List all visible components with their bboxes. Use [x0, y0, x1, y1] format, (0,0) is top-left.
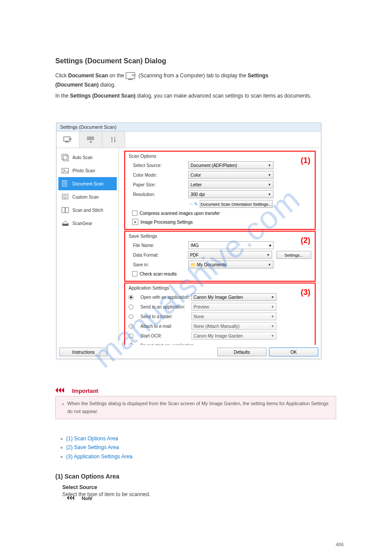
svg-point-12 [64, 170, 65, 171]
chevron-down-icon: ▼ [271, 324, 274, 328]
attach-radio[interactable] [129, 324, 133, 329]
ocr-radio[interactable] [129, 334, 133, 338]
check-results-label: Check scan results [140, 272, 176, 276]
expand-image-processing[interactable]: + [132, 219, 138, 225]
data-format-label: Data Format: [129, 253, 188, 258]
orientation-icon: ←✎ [188, 201, 200, 207]
attach-dropdown[interactable]: None (Attach Manually)▼ [191, 322, 277, 330]
chevron-down-icon: ▼ [271, 295, 274, 299]
sidebar-custom-scan[interactable]: Custom Scan [58, 190, 117, 203]
orientation-settings-button[interactable]: Document Scan Orientation Settings... [200, 200, 273, 208]
photo-scan-icon [61, 167, 70, 174]
sidebar: Auto Scan Photo Scan Document Scan Custo… [57, 148, 119, 345]
tab-computer[interactable] [57, 131, 79, 148]
sidebar-photo-scan[interactable]: Photo Scan [58, 164, 117, 177]
chevron-down-icon: ▼ [271, 334, 274, 338]
paper-size-dropdown[interactable]: Letter▼ [188, 181, 273, 189]
section-number-1: (1) [301, 156, 310, 165]
tab-sliders-icon[interactable] [102, 131, 125, 148]
chevron-down-icon: ▼ [268, 183, 271, 187]
format-settings-button[interactable]: Settings... [277, 251, 311, 259]
document-scan-icon [61, 180, 70, 188]
svg-point-8 [114, 140, 115, 141]
open-dropdown[interactable]: Canon My Image Garden▼ [191, 293, 277, 301]
app-settings-section: (3) Application Settings Open with an ap… [124, 283, 316, 345]
sidebar-scangear[interactable]: ScanGear [58, 217, 117, 230]
intro-p2: In the Settings (Document Scan) dialog, … [55, 92, 336, 100]
send-folder-radio[interactable] [129, 314, 133, 319]
send-app-dropdown[interactable]: Preview▼ [191, 303, 277, 311]
dialog-title-bar: Settings (Document Scan) [57, 123, 321, 131]
sidebar-scan-stitch[interactable]: Scan and Stitch [58, 203, 117, 217]
svg-rect-1 [128, 79, 133, 80]
svg-rect-21 [62, 224, 68, 226]
ocr-label: Start OCR: [136, 334, 191, 338]
sidebar-item-label: ScanGear [72, 221, 92, 226]
svg-rect-9 [62, 154, 67, 160]
send-folder-label: Send to a folder: [136, 314, 191, 319]
instructions-button[interactable]: Instructions [59, 348, 108, 356]
important-arrow-icon [55, 388, 68, 394]
chevron-down-icon: ▼ [271, 305, 274, 309]
sidebar-document-scan[interactable]: Document Scan [58, 177, 117, 190]
computer-tab-icon [126, 71, 137, 81]
color-mode-dropdown[interactable]: Color▼ [188, 171, 273, 179]
data-format-dropdown[interactable]: PDF▼ [188, 251, 272, 259]
no-app-radio[interactable] [129, 343, 133, 345]
content-area: (1) Scan Options Select Source:Document … [119, 148, 321, 345]
page-intro: Settings (Document Scan) Dialog Click Do… [55, 57, 336, 100]
svg-rect-19 [62, 207, 65, 213]
tab-scanner-down-icon[interactable] [79, 131, 102, 148]
compress-label: Compress scanned images upon transfer [140, 211, 220, 216]
check-results-checkbox[interactable] [132, 271, 137, 276]
chevron-down-icon: ▼ [268, 163, 271, 167]
important-heading: Important [72, 388, 98, 394]
svg-rect-10 [63, 156, 68, 161]
section-number-2: (2) [301, 236, 310, 245]
svg-point-7 [111, 137, 112, 139]
save-settings-title: Save Settings [129, 233, 311, 239]
send-folder-dropdown[interactable]: None▼ [191, 312, 277, 320]
resolution-dropdown[interactable]: 300 dpi▼ [188, 190, 273, 198]
section-links: (1) Scan Options Area (2) Save Settings … [55, 434, 336, 461]
paper-size-label: Paper Size: [129, 182, 188, 187]
svg-rect-3 [65, 141, 68, 142]
svg-point-18 [64, 196, 66, 198]
file-name-input[interactable]: IMG▾ [188, 241, 273, 249]
select-source-field-heading: Select Source [62, 484, 330, 490]
color-mode-label: Color Mode: [129, 173, 188, 178]
sidebar-auto-scan[interactable]: Auto Scan [58, 151, 117, 164]
ocr-dropdown[interactable]: Canon My Image Garden▼ [191, 332, 277, 340]
open-radio[interactable] [129, 295, 133, 300]
note-heading: Note [82, 496, 92, 501]
settings-dialog: Settings (Document Scan) Auto Scan Photo… [56, 123, 321, 359]
compress-checkbox[interactable] [132, 210, 137, 216]
chevron-down-icon: ▼ [268, 173, 271, 177]
dialog-footer: Instructions Defaults OK [59, 347, 318, 357]
important-block: Important ■When the Settings dialog is d… [55, 388, 336, 419]
scan-options-title: Scan Options [129, 153, 311, 159]
scangear-icon [61, 219, 70, 227]
page-number: 486 [336, 542, 344, 547]
scan-stitch-icon [61, 206, 70, 214]
link-scan-options[interactable]: (1) Scan Options Area [66, 435, 118, 442]
ok-button[interactable]: OK [269, 348, 318, 356]
tab-strip [57, 131, 321, 148]
note-arrow-icon [67, 496, 78, 501]
select-source-dropdown[interactable]: Document (ADF/Platen)▼ [188, 161, 273, 169]
link-save-settings[interactable]: (2) Save Settings Area [66, 444, 119, 450]
link-app-settings[interactable]: (3) Application Settings Area [66, 453, 133, 460]
svg-rect-4 [87, 136, 94, 140]
defaults-button[interactable]: Defaults [217, 348, 266, 356]
sidebar-item-label: Photo Scan [72, 168, 95, 173]
send-app-radio[interactable] [129, 305, 133, 309]
save-in-dropdown[interactable]: 📁 My Documents▼ [188, 261, 273, 268]
chevron-down-icon: ▼ [271, 315, 274, 319]
chevron-down-icon: ▼ [268, 192, 271, 196]
note-block: Note [67, 496, 330, 501]
scan-options-area-heading: (1) Scan Options Area [55, 473, 119, 480]
section-number-3: (3) [301, 288, 310, 297]
chevron-down-icon: ▼ [268, 263, 271, 267]
chevron-down-icon: ▼ [266, 253, 270, 257]
important-box: ■When the Settings dialog is displayed f… [55, 396, 336, 419]
